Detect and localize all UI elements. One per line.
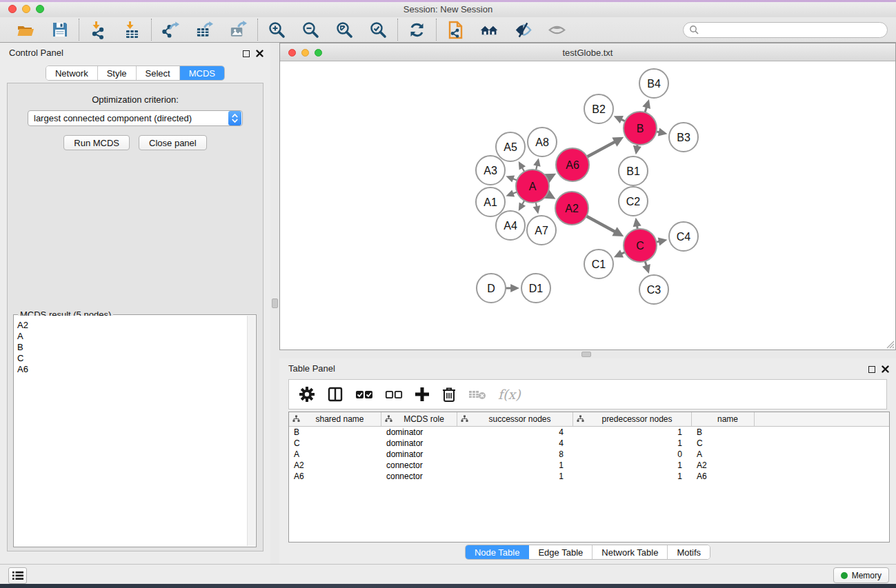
homes-icon[interactable] bbox=[480, 21, 499, 39]
close-panel-button[interactable]: Close panel bbox=[139, 135, 207, 150]
tab-network[interactable]: Network bbox=[46, 66, 98, 80]
tab-node-table[interactable]: Node Table bbox=[466, 545, 530, 559]
table-row[interactable]: A6connector11A6 bbox=[289, 471, 889, 482]
column-header-name[interactable]: name bbox=[692, 412, 755, 426]
memory-label: Memory bbox=[852, 571, 882, 580]
graph-node-label: C2 bbox=[626, 196, 641, 207]
deselect-all-icon[interactable] bbox=[385, 389, 403, 400]
graph-node-label: B bbox=[637, 123, 644, 134]
search-input[interactable] bbox=[702, 25, 882, 34]
eye-icon[interactable] bbox=[548, 21, 566, 39]
gear-icon[interactable] bbox=[299, 386, 315, 403]
horizontal-splitter[interactable] bbox=[279, 350, 896, 358]
mcds-result-item[interactable]: B bbox=[17, 342, 247, 353]
column-header-predecessor-nodes[interactable]: predecessor nodes bbox=[573, 412, 692, 426]
table-cell: 1 bbox=[457, 460, 573, 471]
vertical-splitter[interactable] bbox=[270, 43, 279, 564]
zoom-selected-icon[interactable] bbox=[369, 21, 388, 39]
node-table: shared nameMCDS rolesuccessor nodesprede… bbox=[288, 412, 890, 543]
tab-network-table[interactable]: Network Table bbox=[593, 545, 668, 559]
network-canvas[interactable]: B4B2BB3A5A8A6A3B1AC2A1A2A4A7C4CC1C3DD1 bbox=[280, 61, 895, 349]
graph-node-label: A5 bbox=[504, 141, 517, 153]
zoom-fit-icon[interactable] bbox=[335, 21, 354, 39]
criterion-dropdown[interactable]: largest connected component (directed) bbox=[28, 110, 243, 126]
window-title: Session: New Session bbox=[0, 4, 896, 14]
open-folder-icon[interactable] bbox=[17, 21, 35, 39]
zoom-in-icon[interactable] bbox=[268, 21, 286, 39]
add-column-icon[interactable] bbox=[415, 387, 430, 402]
table-cell: B bbox=[692, 427, 755, 438]
main-area: Control Panel NetworkStyleSelectMCDS Opt… bbox=[0, 43, 896, 564]
table-cell: 8 bbox=[457, 449, 573, 460]
splitter-grip[interactable] bbox=[581, 352, 591, 357]
table-cell: A2 bbox=[692, 460, 755, 471]
result-scrollbar[interactable] bbox=[247, 316, 255, 546]
table-cell: dominator bbox=[381, 438, 457, 449]
tab-motifs[interactable]: Motifs bbox=[668, 545, 710, 559]
export-image-icon[interactable] bbox=[229, 21, 248, 39]
function-builder-icon: f(x) bbox=[498, 387, 521, 402]
export-table-icon[interactable] bbox=[195, 21, 214, 39]
mcds-result-group: MCDS result (5 nodes) A2ABCA6 bbox=[13, 314, 257, 547]
float-panel-icon[interactable] bbox=[243, 50, 250, 57]
edge-arrowhead bbox=[533, 205, 541, 214]
graph-node-label: B4 bbox=[647, 78, 661, 90]
table-body: Bdominator41BCdominator41CAdominator80AA… bbox=[289, 427, 889, 482]
delete-icon[interactable] bbox=[441, 386, 457, 403]
close-panel-icon[interactable] bbox=[256, 48, 263, 60]
tab-mcds[interactable]: MCDS bbox=[180, 66, 224, 80]
graph-node-label: B2 bbox=[592, 103, 606, 115]
mcds-result-list[interactable]: A2ABCA6 bbox=[14, 316, 247, 546]
search-box[interactable] bbox=[683, 22, 888, 38]
delete-table-icon[interactable] bbox=[468, 388, 486, 401]
column-header-MCDS-role[interactable]: MCDS role bbox=[381, 412, 457, 426]
mcds-result-item[interactable]: A2 bbox=[17, 320, 247, 331]
table-cell: B bbox=[289, 427, 381, 438]
import-table-icon[interactable] bbox=[123, 21, 141, 39]
network-graph[interactable]: B4B2BB3A5A8A6A3B1AC2A1A2A4A7C4CC1C3DD1 bbox=[280, 61, 895, 349]
column-header-successor-nodes[interactable]: successor nodes bbox=[457, 412, 573, 426]
table-row[interactable]: Bdominator41B bbox=[289, 427, 889, 438]
refresh-icon[interactable] bbox=[408, 21, 426, 39]
style-toggle-icon[interactable] bbox=[514, 21, 532, 39]
document-network-icon[interactable] bbox=[446, 21, 465, 39]
select-all-icon[interactable] bbox=[355, 389, 373, 400]
column-view-icon[interactable] bbox=[327, 386, 344, 403]
tab-select[interactable]: Select bbox=[137, 66, 180, 80]
graph-node-label: A2 bbox=[565, 203, 579, 214]
import-network-icon[interactable] bbox=[89, 21, 108, 39]
edge-A2-C[interactable] bbox=[586, 216, 616, 232]
mcds-result-item[interactable]: A bbox=[17, 331, 247, 342]
zoom-out-icon[interactable] bbox=[301, 21, 320, 39]
table-cell: C bbox=[289, 438, 381, 449]
resize-grip-icon[interactable] bbox=[885, 339, 895, 349]
mcds-result-item[interactable]: C bbox=[17, 353, 247, 364]
table-cell: C bbox=[692, 438, 755, 449]
float-panel-icon[interactable] bbox=[868, 366, 875, 373]
tab-style[interactable]: Style bbox=[98, 66, 137, 80]
search-area bbox=[683, 22, 888, 38]
edge-arrowhead bbox=[506, 175, 515, 182]
table-row[interactable]: A2connector11A2 bbox=[289, 460, 889, 471]
close-panel-icon[interactable] bbox=[882, 363, 889, 376]
table-header-row: shared nameMCDS rolesuccessor nodesprede… bbox=[289, 412, 889, 427]
column-header-shared-name[interactable]: shared name bbox=[289, 412, 381, 426]
edge-arrowhead bbox=[506, 190, 515, 196]
run-mcds-button[interactable]: Run MCDS bbox=[63, 135, 130, 150]
mcds-tab-content: Optimization criterion: largest connecte… bbox=[7, 83, 263, 551]
memory-button[interactable]: Memory bbox=[833, 567, 889, 583]
table-cell: connector bbox=[381, 460, 457, 471]
task-history-button[interactable] bbox=[8, 567, 27, 584]
table-panel: Table Panel bbox=[279, 358, 896, 564]
edge-A6-B[interactable] bbox=[587, 141, 616, 156]
export-network-icon[interactable] bbox=[161, 21, 180, 39]
splitter-grip[interactable] bbox=[272, 298, 278, 308]
table-row[interactable]: Cdominator41C bbox=[289, 438, 889, 449]
mcds-result-item[interactable]: A6 bbox=[17, 364, 247, 375]
save-icon[interactable] bbox=[50, 21, 69, 39]
tab-edge-table[interactable]: Edge Table bbox=[529, 545, 593, 559]
table-row[interactable]: Adominator80A bbox=[289, 449, 889, 460]
table-cell: A6 bbox=[289, 471, 381, 482]
table-cell: A bbox=[692, 449, 755, 460]
memory-status-icon bbox=[841, 572, 848, 579]
